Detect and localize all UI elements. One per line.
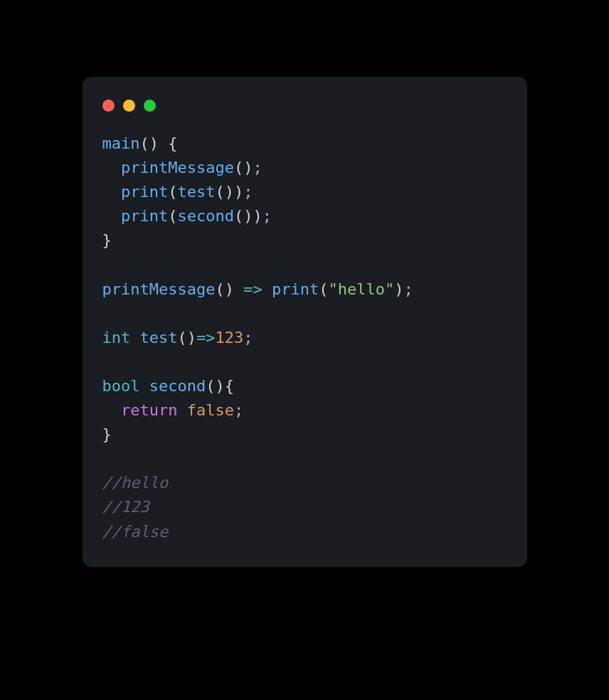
token-fn: printMessage bbox=[102, 280, 216, 298]
token-space bbox=[130, 329, 139, 346]
close-icon[interactable] bbox=[102, 100, 115, 112]
token-arrow: => bbox=[196, 329, 216, 346]
token-type: bool bbox=[102, 377, 140, 395]
token-fn: main bbox=[102, 134, 140, 152]
token-space bbox=[263, 280, 272, 298]
token-comment: //hello bbox=[102, 474, 169, 492]
token-paren: ) bbox=[225, 183, 234, 201]
token-arrow: => bbox=[243, 280, 263, 298]
token-space bbox=[159, 134, 168, 152]
token-semi: ; bbox=[403, 280, 413, 298]
token-string: "hello" bbox=[328, 280, 394, 298]
token-fn: print bbox=[272, 280, 319, 298]
token-semi: ; bbox=[263, 207, 272, 225]
token-paren: ) bbox=[253, 207, 262, 225]
token-space bbox=[177, 401, 186, 419]
token-fn: print bbox=[121, 207, 168, 225]
code-window: main() { printMessage(); print(test()); … bbox=[83, 77, 527, 567]
token-fn: test bbox=[140, 329, 178, 346]
token-fn: print bbox=[121, 183, 168, 201]
token-semi: ; bbox=[243, 329, 253, 346]
token-space bbox=[234, 280, 243, 298]
token-paren: ( bbox=[139, 134, 149, 152]
token-fn: test bbox=[177, 183, 215, 201]
maximize-icon[interactable] bbox=[144, 100, 156, 112]
token-paren: ( bbox=[215, 183, 224, 201]
token-brace: { bbox=[168, 134, 177, 152]
token-paren: ( bbox=[234, 159, 243, 176]
token-comment: //false bbox=[102, 523, 169, 541]
token-number: 123 bbox=[215, 329, 243, 346]
token-paren: ( bbox=[215, 280, 224, 298]
token-paren: ) bbox=[225, 280, 234, 298]
token-semi: ; bbox=[243, 183, 253, 201]
token-paren: ) bbox=[149, 134, 159, 152]
token-brace: } bbox=[102, 425, 112, 443]
minimize-icon[interactable] bbox=[123, 100, 135, 112]
token-paren: ) bbox=[243, 159, 253, 176]
token-fn: second bbox=[149, 377, 206, 395]
code-editor[interactable]: main() { printMessage(); print(test()); … bbox=[83, 126, 527, 544]
token-paren: ( bbox=[206, 377, 215, 395]
token-keyword: return bbox=[121, 401, 177, 419]
token-paren: ) bbox=[243, 207, 253, 225]
token-semi: ; bbox=[234, 401, 243, 419]
token-paren: ( bbox=[319, 280, 328, 298]
token-type: int bbox=[102, 329, 131, 346]
token-brace: { bbox=[225, 377, 234, 395]
token-literal: false bbox=[187, 401, 234, 419]
token-indent bbox=[102, 159, 122, 176]
token-space bbox=[139, 377, 149, 395]
token-semi: ; bbox=[253, 159, 262, 176]
token-paren: ( bbox=[168, 183, 177, 201]
token-paren: ) bbox=[234, 183, 243, 201]
window-titlebar bbox=[83, 97, 527, 126]
token-indent bbox=[102, 207, 122, 225]
token-paren: ( bbox=[168, 207, 177, 225]
token-fn: printMessage bbox=[121, 159, 234, 176]
token-comment: //123 bbox=[102, 498, 149, 516]
token-paren: ) bbox=[215, 377, 224, 395]
token-indent bbox=[102, 183, 122, 201]
token-paren: ) bbox=[187, 329, 196, 346]
token-paren: ) bbox=[394, 280, 403, 298]
token-paren: ( bbox=[234, 207, 243, 225]
token-fn: second bbox=[177, 207, 233, 225]
token-indent bbox=[102, 401, 122, 419]
token-brace: } bbox=[102, 231, 112, 249]
token-paren: ( bbox=[177, 329, 186, 346]
